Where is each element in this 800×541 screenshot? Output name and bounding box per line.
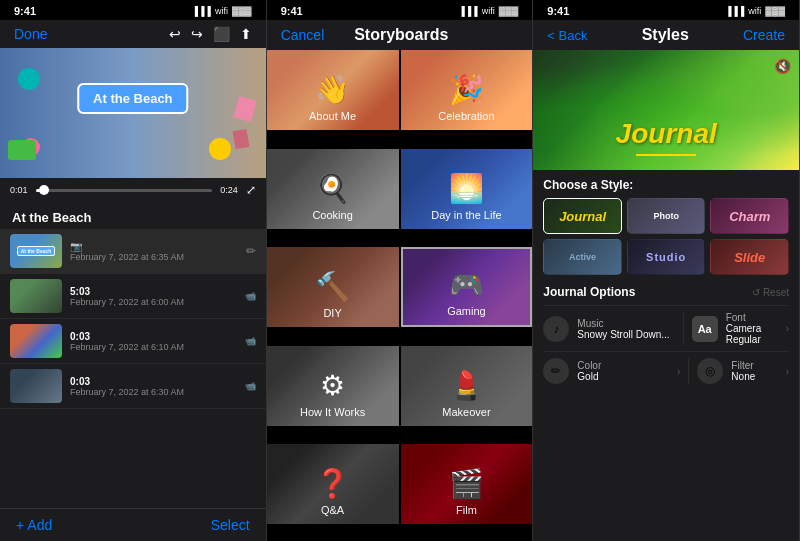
create-button[interactable]: Create xyxy=(743,27,785,43)
done-button[interactable]: Done xyxy=(14,26,47,42)
clip-info-2: 5:03 February 7, 2022 at 6:00 AM xyxy=(70,286,237,307)
style-photo[interactable]: Photo xyxy=(627,198,706,234)
clip-item-3[interactable]: 0:03 February 7, 2022 at 6:10 AM 📹 xyxy=(0,319,266,364)
phone-3-styles: 9:41 ▐▐▐ wifi ▓▓▓ < Back Styles Create J… xyxy=(533,0,800,541)
font-chevron-icon: › xyxy=(786,323,789,334)
cooking-icon: 🍳 xyxy=(315,172,350,205)
storyboard-item-makeover[interactable]: 💄 Makeover xyxy=(401,346,533,426)
clip-item-4[interactable]: 0:03 February 7, 2022 at 6:30 AM 📹 xyxy=(0,364,266,409)
signal-icon-3: ▐▐▐ xyxy=(725,6,744,16)
preview-underline xyxy=(636,154,696,156)
timeline-track[interactable] xyxy=(36,189,213,192)
deco-lt-rect xyxy=(232,129,249,149)
clip-thumb-1: At the Beach xyxy=(10,234,62,268)
clip-info-3: 0:03 February 7, 2022 at 6:10 AM xyxy=(70,331,237,352)
font-label: Font xyxy=(726,312,778,323)
timeline-start: 0:01 xyxy=(10,185,28,195)
back-button[interactable]: < Back xyxy=(547,28,587,43)
style-journal[interactable]: Journal xyxy=(543,198,622,234)
clip-thumb-2 xyxy=(10,279,62,313)
clip-dur-2: 5:03 xyxy=(70,286,237,297)
clip-thumb-3 xyxy=(10,324,62,358)
filter-icon: ◎ xyxy=(697,358,723,384)
expand-icon[interactable]: ⤢ xyxy=(246,183,256,197)
film-icon: 🎬 xyxy=(449,467,484,500)
storyboard-item-celebration[interactable]: 🎉 Celebration xyxy=(401,50,533,130)
celebration-icon: 🎉 xyxy=(449,73,484,106)
status-bar-2: 9:41 ▐▐▐ wifi ▓▓▓ xyxy=(267,0,533,20)
color-chevron-icon: › xyxy=(677,366,680,377)
undo-icon[interactable]: ↩ xyxy=(169,26,181,42)
video-icon-2: 📹 xyxy=(245,291,256,301)
font-option[interactable]: Aa Font Camera Regular › xyxy=(683,312,789,345)
wifi-icon: wifi xyxy=(215,6,228,16)
clip-list: At the Beach At the Beach 📷 February 7, … xyxy=(0,202,266,508)
color-label: Color xyxy=(577,360,669,371)
timeline-playhead[interactable] xyxy=(39,185,49,195)
style-preview: Journal 🔇 xyxy=(533,50,799,170)
clip-info-4: 0:03 February 7, 2022 at 6:30 AM xyxy=(70,376,237,397)
qa-icon: ❓ xyxy=(315,467,350,500)
clip-info-1: 📷 February 7, 2022 at 6:35 AM xyxy=(70,241,238,262)
add-button[interactable]: + Add xyxy=(16,517,52,533)
clip-item-2[interactable]: 5:03 February 7, 2022 at 6:00 AM 📹 xyxy=(0,274,266,319)
share-icon[interactable]: ⬆ xyxy=(240,26,252,42)
style-studio[interactable]: Studio xyxy=(627,239,706,275)
music-value: Snowy Stroll Down... xyxy=(577,329,674,340)
wifi-icon-3: wifi xyxy=(748,6,761,16)
color-brush-icon: ✏ xyxy=(543,358,569,384)
storyboard-item-aboutme[interactable]: 👋 About Me xyxy=(267,50,399,130)
gaming-icon: 🎮 xyxy=(449,268,484,301)
styles-title: Styles xyxy=(642,26,689,44)
clip-cam-icon-1: 📷 xyxy=(70,241,238,252)
gaming-label: Gaming xyxy=(447,305,486,317)
aboutme-label: About Me xyxy=(309,110,356,122)
storyboard-item-film[interactable]: 🎬 Film xyxy=(401,444,533,524)
storyboard-item-howitworks[interactable]: ⚙ How It Works xyxy=(267,346,399,426)
signal-icon-2: ▐▐▐ xyxy=(459,6,478,16)
video-icon-3: 📹 xyxy=(245,336,256,346)
diy-icon: 🔨 xyxy=(315,270,350,303)
style-slide[interactable]: Slide xyxy=(710,239,789,275)
crop-icon[interactable]: ⬛ xyxy=(213,26,230,42)
timeline-end: 0:24 xyxy=(220,185,238,195)
phone-2-storyboards: 9:41 ▐▐▐ wifi ▓▓▓ Cancel Storyboards 👋 A… xyxy=(267,0,534,541)
timeline-bar[interactable]: 0:01 0:24 ⤢ xyxy=(0,178,266,202)
font-value: Camera Regular xyxy=(726,323,778,345)
mute-button[interactable]: 🔇 xyxy=(774,58,791,74)
color-value: Gold xyxy=(577,371,669,382)
reset-button[interactable]: ↺ Reset xyxy=(752,287,789,298)
thumb-label-1: At the Beach xyxy=(17,246,56,256)
select-button[interactable]: Select xyxy=(211,517,250,533)
clip-item-1[interactable]: At the Beach 📷 February 7, 2022 at 6:35 … xyxy=(0,229,266,274)
cancel-button[interactable]: Cancel xyxy=(281,27,325,43)
redo-icon[interactable]: ↪ xyxy=(191,26,203,42)
wifi-icon-2: wifi xyxy=(482,6,495,16)
battery-icon-2: ▓▓▓ xyxy=(499,6,519,16)
storyboard-item-gaming[interactable]: 🎮 Gaming xyxy=(401,247,533,327)
video-icon-4: 📹 xyxy=(245,381,256,391)
diy-label: DIY xyxy=(323,307,341,319)
storyboard-item-dayinlife[interactable]: 🌅 Day in the Life xyxy=(401,149,533,229)
clip-dur-4: 0:03 xyxy=(70,376,237,387)
storyboards-header: Cancel Storyboards xyxy=(267,20,533,50)
edit-icon-1[interactable]: ✏ xyxy=(246,244,256,258)
preview-palms xyxy=(533,50,799,170)
storyboard-item-diy[interactable]: 🔨 DIY xyxy=(267,247,399,327)
qa-label: Q&A xyxy=(321,504,344,516)
section-title: At the Beach xyxy=(0,202,266,229)
storyboard-item-qa[interactable]: ❓ Q&A xyxy=(267,444,399,524)
editor-header: Done ↩ ↪ ⬛ ⬆ xyxy=(0,20,266,48)
battery-icon: ▓▓▓ xyxy=(232,6,252,16)
editor-toolbar-icons: ↩ ↪ ⬛ ⬆ xyxy=(169,26,252,42)
filter-option[interactable]: ◎ Filter None › xyxy=(688,358,789,384)
storyboard-item-cooking[interactable]: 🍳 Cooking xyxy=(267,149,399,229)
howitworks-icon: ⚙ xyxy=(320,369,345,402)
cooking-label: Cooking xyxy=(312,209,352,221)
option-row-music-font: ♪ Music Snowy Stroll Down... Aa Font Cam… xyxy=(543,305,789,351)
music-option[interactable]: Music Snowy Stroll Down... xyxy=(577,318,674,340)
style-charm[interactable]: Charm xyxy=(710,198,789,234)
style-active[interactable]: Active xyxy=(543,239,622,275)
color-option[interactable]: Color Gold xyxy=(577,360,669,382)
preview-title: Journal xyxy=(616,118,717,150)
